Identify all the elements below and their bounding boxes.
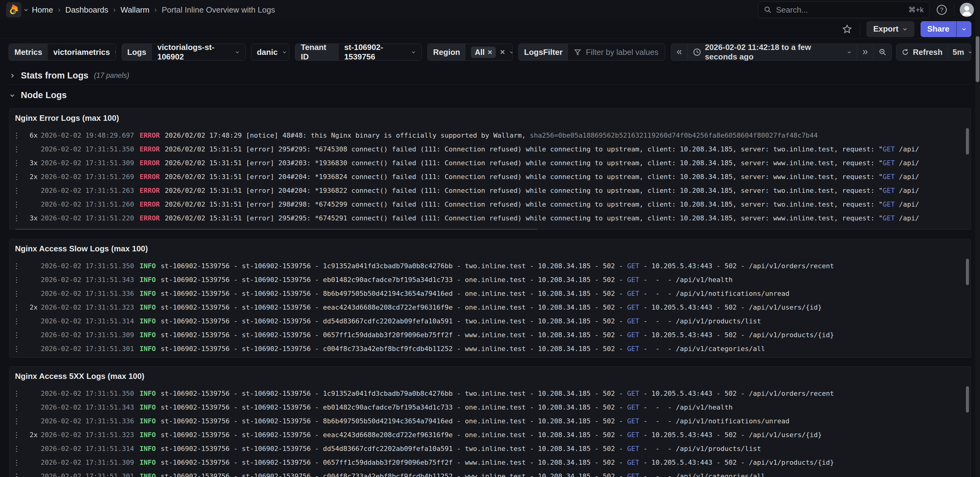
refresh-interval-button[interactable]: 5m bbox=[948, 43, 971, 61]
time-range-picker-button[interactable]: 2026-02-02 11:42:18 to a few seconds ago bbox=[688, 43, 857, 61]
share-button[interactable]: Share bbox=[921, 21, 956, 37]
favorite-star-button[interactable] bbox=[840, 22, 854, 36]
search-shortcut: ⌘+k bbox=[908, 5, 924, 14]
breadcrumb-home[interactable]: Home bbox=[32, 5, 53, 15]
vertical-scrollbar-thumb[interactable] bbox=[966, 128, 969, 155]
row-menu-icon[interactable]: ⋮ bbox=[10, 214, 23, 223]
clear-region-icon[interactable]: × bbox=[500, 48, 505, 57]
horizontal-scrollbar[interactable] bbox=[14, 229, 966, 230]
time-shift-back-button[interactable] bbox=[671, 43, 688, 61]
org-switcher-chevron-icon[interactable] bbox=[23, 7, 29, 13]
log-multiplier: 2x bbox=[23, 431, 41, 439]
log-row[interactable]: ⋮2026-02-02 17:31:51.314INFOst-106902-15… bbox=[10, 314, 970, 328]
row-menu-icon[interactable]: ⋮ bbox=[10, 445, 23, 453]
variable-node-value[interactable]: danic bbox=[251, 44, 290, 61]
log-row[interactable]: ⋮6x2026-02-02 19:48:29.697ERROR2026/02/0… bbox=[10, 128, 970, 142]
log-row[interactable]: ⋮2026-02-02 17:31:51.309INFOst-106902-15… bbox=[10, 328, 970, 342]
search-box[interactable]: ⌘+k bbox=[758, 2, 929, 18]
variable-region-value[interactable]: All × × bbox=[466, 44, 513, 61]
row-menu-icon[interactable]: ⋮ bbox=[10, 317, 23, 325]
zoom-out-time-button[interactable] bbox=[874, 43, 892, 61]
log-row[interactable]: ⋮2026-02-02 17:31:51.301INFOst-106902-15… bbox=[10, 469, 970, 477]
log-row[interactable]: ⋮2026-02-02 17:31:51.309INFOst-106902-15… bbox=[10, 456, 970, 469]
log-message: 2026/02/02 15:31:51 [error] 204#204: *19… bbox=[165, 173, 970, 180]
page-scrollbar-thumb[interactable] bbox=[976, 36, 979, 82]
log-message-segment: GET bbox=[627, 331, 640, 339]
row-menu-icon[interactable]: ⋮ bbox=[10, 345, 23, 353]
log-message-segment: st-106902-1539756 - st-106902-1539756 - … bbox=[161, 472, 627, 477]
log-row[interactable]: ⋮2x2026-02-02 17:31:51.323INFOst-106902-… bbox=[10, 300, 970, 314]
row-menu-icon[interactable]: ⋮ bbox=[10, 187, 23, 195]
row-node-logs[interactable]: Node Logs bbox=[0, 85, 980, 104]
log-timestamp: 2026-02-02 17:31:51.336 bbox=[41, 417, 140, 425]
log-row[interactable]: ⋮2026-02-02 17:31:51.263ERROR2026/02/02 … bbox=[10, 183, 970, 198]
log-row[interactable]: ⋮2026-02-02 17:31:51.343INFOst-106902-15… bbox=[10, 400, 970, 414]
page-scrollbar[interactable] bbox=[975, 0, 980, 477]
remove-region-value-icon[interactable]: × bbox=[488, 48, 492, 57]
log-message-segment: GET bbox=[883, 214, 895, 222]
log-level: INFO bbox=[140, 262, 161, 270]
row-menu-icon[interactable]: ⋮ bbox=[10, 159, 23, 168]
logs-filter-input[interactable] bbox=[586, 48, 665, 57]
help-button[interactable]: ? bbox=[935, 3, 948, 16]
region-all-pill-label: All bbox=[475, 48, 485, 57]
log-row[interactable]: ⋮2026-02-02 17:31:51.336INFOst-106902-15… bbox=[10, 414, 970, 428]
search-input[interactable] bbox=[776, 5, 904, 15]
variable-tenant-id-value[interactable]: st-106902-1539756 bbox=[339, 44, 422, 61]
row-menu-icon[interactable]: ⋮ bbox=[10, 303, 23, 312]
share-options-chevron[interactable] bbox=[956, 21, 971, 37]
log-row[interactable]: ⋮2026-02-02 17:31:51.301INFOst-106902-15… bbox=[10, 342, 970, 356]
panel-title[interactable]: Nginx Error Logs (max 100) bbox=[10, 108, 970, 126]
clock-icon bbox=[693, 48, 701, 56]
row-menu-icon[interactable]: ⋮ bbox=[10, 289, 23, 298]
log-list: ⋮2026-02-02 17:31:51.350INFOst-106902-15… bbox=[10, 384, 970, 477]
export-button[interactable]: Export bbox=[866, 21, 914, 37]
log-row[interactable]: ⋮2x2026-02-02 17:31:51.269ERROR2026/02/0… bbox=[10, 170, 970, 183]
log-row[interactable]: ⋮2026-02-02 17:31:51.350INFOst-106902-15… bbox=[10, 259, 970, 273]
grafana-logo[interactable] bbox=[6, 2, 21, 18]
breadcrumb-wallarm[interactable]: Wallarm bbox=[121, 5, 150, 15]
log-row[interactable]: ⋮3x2026-02-02 17:31:51.309ERROR2026/02/0… bbox=[10, 156, 970, 170]
row-menu-icon[interactable]: ⋮ bbox=[10, 331, 23, 339]
log-row[interactable]: ⋮2x2026-02-02 17:31:51.323INFOst-106902-… bbox=[10, 428, 970, 442]
log-row[interactable]: ⋮2026-02-02 17:31:51.314INFOst-106902-15… bbox=[10, 442, 970, 456]
log-row[interactable]: ⋮3x2026-02-02 17:31:51.220ERROR2026/02/0… bbox=[10, 211, 970, 225]
log-level: INFO bbox=[140, 404, 161, 411]
log-row[interactable]: ⋮2026-02-02 17:31:51.350ERROR2026/02/02 … bbox=[10, 142, 970, 156]
row-menu-icon[interactable]: ⋮ bbox=[10, 417, 23, 426]
horizontal-scrollbar-thumb[interactable] bbox=[14, 229, 538, 230]
row-menu-icon[interactable]: ⋮ bbox=[10, 431, 23, 439]
log-list: ⋮6x2026-02-02 19:48:29.697ERROR2026/02/0… bbox=[10, 126, 970, 226]
panel-title[interactable]: Nginx Access 5XX Logs (max 100) bbox=[10, 367, 970, 384]
log-row[interactable]: ⋮2026-02-02 17:31:51.336INFOst-106902-15… bbox=[10, 287, 970, 300]
breadcrumb-dashboards[interactable]: Dashboards bbox=[65, 5, 108, 15]
row-menu-icon[interactable]: ⋮ bbox=[10, 403, 23, 412]
vertical-scrollbar-thumb[interactable] bbox=[966, 259, 969, 285]
log-row[interactable]: ⋮2026-02-02 17:31:51.343INFOst-106902-15… bbox=[10, 273, 970, 287]
row-menu-icon[interactable]: ⋮ bbox=[10, 172, 23, 181]
log-level: ERROR bbox=[140, 173, 165, 180]
row-menu-icon[interactable]: ⋮ bbox=[10, 458, 23, 467]
log-row[interactable]: ⋮2026-02-02 17:31:51.260ERROR2026/02/02 … bbox=[10, 198, 970, 211]
row-menu-icon[interactable]: ⋮ bbox=[10, 131, 23, 140]
log-timestamp: 2026-02-02 17:31:51.350 bbox=[41, 145, 140, 153]
variable-logs-value[interactable]: victorialogs-st-106902 bbox=[152, 44, 245, 61]
row-stats-from-logs[interactable]: Stats from Logs (17 panels) bbox=[0, 65, 980, 84]
row-menu-icon[interactable]: ⋮ bbox=[10, 200, 23, 209]
row-menu-icon[interactable]: ⋮ bbox=[10, 389, 23, 398]
row-menu-icon[interactable]: ⋮ bbox=[10, 145, 23, 153]
refresh-button[interactable]: Refresh bbox=[896, 43, 948, 61]
row-menu-icon[interactable]: ⋮ bbox=[10, 472, 23, 477]
log-message: 2026/02/02 15:31:51 [error] 203#203: *19… bbox=[165, 159, 970, 167]
refresh-group: Refresh 5m bbox=[896, 43, 971, 61]
log-message-segment: /api/ bbox=[895, 201, 919, 208]
row-menu-icon[interactable]: ⋮ bbox=[10, 262, 23, 270]
row-menu-icon[interactable]: ⋮ bbox=[10, 276, 23, 284]
log-row[interactable]: ⋮2026-02-02 17:31:51.350INFOst-106902-15… bbox=[10, 386, 970, 400]
vertical-scrollbar-thumb[interactable] bbox=[966, 386, 969, 413]
log-timestamp: 2026-02-02 17:31:51.314 bbox=[41, 317, 140, 325]
variable-metrics-value[interactable]: victoriametrics bbox=[48, 44, 116, 61]
time-shift-forward-button[interactable] bbox=[857, 43, 874, 61]
user-avatar[interactable] bbox=[960, 3, 974, 17]
panel-title[interactable]: Nginx Access Slow Logs (max 100) bbox=[10, 239, 970, 257]
